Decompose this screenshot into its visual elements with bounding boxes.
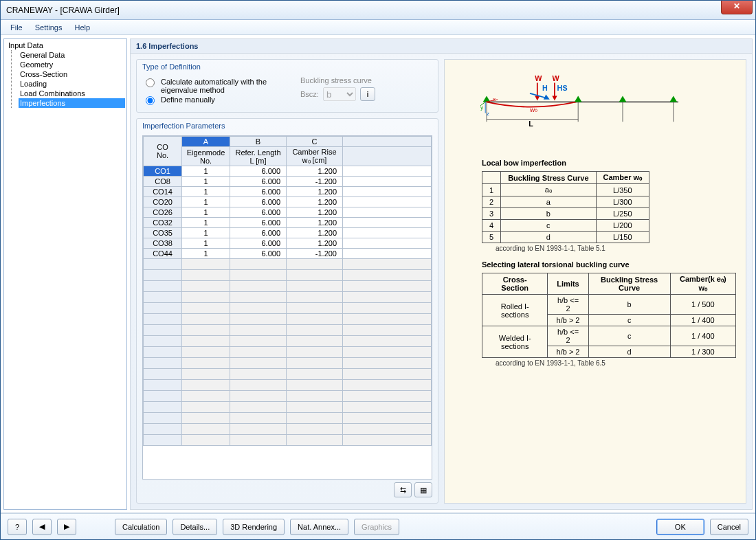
svg-text:w₀: w₀ — [529, 106, 537, 113]
th-a1: Eigenmode — [185, 148, 227, 157]
table-row[interactable]: CO3816.0001.200 — [144, 238, 432, 249]
definition-group: Type of Definition Calculate automatical… — [136, 59, 438, 113]
svg-marker-7 — [552, 95, 557, 100]
th-c1: Camber Rise — [289, 148, 340, 156]
info-panel: W W H HS — [444, 59, 746, 504]
radio-manual[interactable]: Define manually — [142, 95, 287, 105]
svg-marker-12 — [575, 95, 582, 102]
svg-marker-13 — [619, 95, 627, 102]
imperfection-table[interactable]: CO No. A B C — [143, 136, 432, 446]
tree-item-cross-section[interactable]: Cross-Section — [19, 69, 125, 79]
table-row-empty — [144, 336, 432, 347]
menu-file[interactable]: File — [5, 22, 28, 33]
svg-text:L: L — [529, 120, 533, 128]
cancel-button[interactable]: Cancel — [710, 519, 748, 535]
ltb-h4: Camber(k e₀) w₀ — [670, 273, 735, 295]
radio-manual-label: Define manually — [161, 95, 215, 104]
th-co1: CO — [146, 143, 179, 151]
window-title: CRANEWAY - [CRAWA Girder] — [6, 5, 120, 15]
ltb-h1: Cross-Section — [482, 273, 548, 295]
details-button[interactable]: Details... — [173, 519, 217, 535]
table-row[interactable]: CO3516.0001.200 — [144, 228, 432, 238]
table-row-empty — [144, 380, 432, 391]
titlebar: CRANEWAY - [CRAWA Girder] ✕ — [1, 1, 755, 20]
table-row[interactable]: CO2616.0001.200 — [144, 207, 432, 218]
radio-manual-input[interactable] — [146, 96, 155, 105]
table-row-empty — [144, 347, 432, 358]
annex-button[interactable]: Nat. Annex... — [290, 519, 348, 535]
table-row[interactable]: CO116.0001.200 — [144, 166, 432, 177]
help-button[interactable]: ? — [8, 519, 27, 535]
definition-group-title: Type of Definition — [137, 60, 438, 74]
bsc-select: b — [323, 87, 356, 101]
bow-title: Local bow imperfection — [482, 159, 736, 167]
app-window: CRANEWAY - [CRAWA Girder] ✕ File Setting… — [0, 0, 756, 540]
main-panel: 1.6 Imperfections Type of Definition Cal… — [130, 38, 753, 510]
prev-button[interactable]: ◀ — [32, 519, 52, 535]
svg-text:W: W — [552, 74, 559, 82]
svg-marker-14 — [669, 95, 677, 102]
table-row-empty — [144, 281, 432, 292]
table-row-empty — [144, 325, 432, 336]
table-row-empty — [144, 391, 432, 402]
svg-text:W: W — [535, 74, 542, 82]
radio-auto-input[interactable] — [146, 78, 155, 87]
table-calc-button[interactable]: ▦ — [414, 482, 432, 497]
th-c2: w₀ [cm] — [289, 156, 340, 165]
tree-item-loading[interactable]: Loading — [19, 79, 125, 89]
table-row-empty — [144, 292, 432, 303]
table-swap-button[interactable]: ⇆ — [394, 482, 412, 497]
bow-head1: Buckling Stress Curve — [501, 172, 596, 184]
table-row-empty — [144, 424, 432, 435]
svg-text:HS: HS — [557, 84, 568, 92]
bow-head2: Camber w₀ — [596, 172, 649, 184]
ltb-h3: Buckling Stress Curve — [588, 273, 670, 295]
table-row[interactable]: CO3216.0001.200 — [144, 218, 432, 228]
calculation-button[interactable]: Calculation — [115, 519, 167, 535]
tree-root-item[interactable]: Input Data — [7, 41, 125, 50]
radio-auto-label: Calculate automatically with the eigenva… — [161, 78, 287, 94]
table-row[interactable]: CO816.000-1.200 — [144, 177, 432, 187]
next-button[interactable]: ▶ — [57, 519, 76, 535]
table-row[interactable]: CO1416.0001.200 — [144, 187, 432, 197]
diagram-svg: W W H HS — [468, 74, 691, 135]
th-co2: No. — [146, 151, 179, 159]
table-row-empty — [144, 314, 432, 325]
imperfection-group-title: Imperfection Parameters — [137, 119, 438, 133]
th-letter-a[interactable]: A — [182, 137, 230, 147]
menu-settings[interactable]: Settings — [30, 22, 68, 33]
bsc-info-button[interactable]: i — [360, 87, 375, 101]
th-letter-b[interactable]: B — [230, 137, 287, 147]
ltb-note: according to EN 1993-1-1, Table 6.5 — [496, 359, 736, 367]
radio-auto[interactable]: Calculate automatically with the eigenva… — [142, 78, 287, 94]
table-row[interactable]: CO2016.0001.200 — [144, 197, 432, 207]
footer: ? ◀ ▶ Calculation Details... 3D Renderin… — [1, 513, 755, 539]
table-row-empty — [144, 303, 432, 314]
ltb-title: Selecting lateral torsional buckling cur… — [482, 260, 736, 269]
panel-body: Type of Definition Calculate automatical… — [131, 54, 752, 509]
imperfection-table-scroll[interactable]: CO No. A B C — [142, 135, 432, 480]
table-row-empty — [144, 413, 432, 424]
table-row-empty — [144, 435, 432, 446]
th-letter-c[interactable]: C — [287, 137, 343, 147]
tree-item-general-data[interactable]: General Data — [19, 50, 125, 60]
bow-note: according to EN 1993-1-1, Table 5.1 — [496, 245, 736, 252]
tree-item-imperfections[interactable]: Imperfections — [19, 98, 125, 108]
table-row[interactable]: CO4416.000-1.200 — [144, 249, 432, 259]
rendering-button[interactable]: 3D Rendering — [223, 519, 285, 535]
table-row-empty — [144, 270, 432, 281]
ltb-table: Cross-Section Limits Buckling Stress Cur… — [482, 273, 736, 358]
bow-table: Buckling Stress CurveCamber w₀ 1a₀L/3502… — [482, 171, 649, 243]
ok-button[interactable]: OK — [656, 519, 704, 535]
close-button[interactable]: ✕ — [721, 1, 753, 14]
bsc-label: Bscz: — [300, 90, 319, 98]
table-row-empty — [144, 402, 432, 413]
menu-help[interactable]: Help — [69, 22, 96, 33]
svg-text:x: x — [493, 96, 496, 102]
tree-item-load-combinations[interactable]: Load Combinations — [19, 89, 125, 98]
th-b1: Refer. Length — [233, 148, 283, 157]
tree-panel[interactable]: Input Data General DataGeometryCross-Sec… — [3, 38, 127, 510]
th-b2: L [m] — [233, 157, 283, 165]
tree-item-geometry[interactable]: Geometry — [19, 60, 125, 69]
svg-text:z: z — [487, 111, 489, 117]
